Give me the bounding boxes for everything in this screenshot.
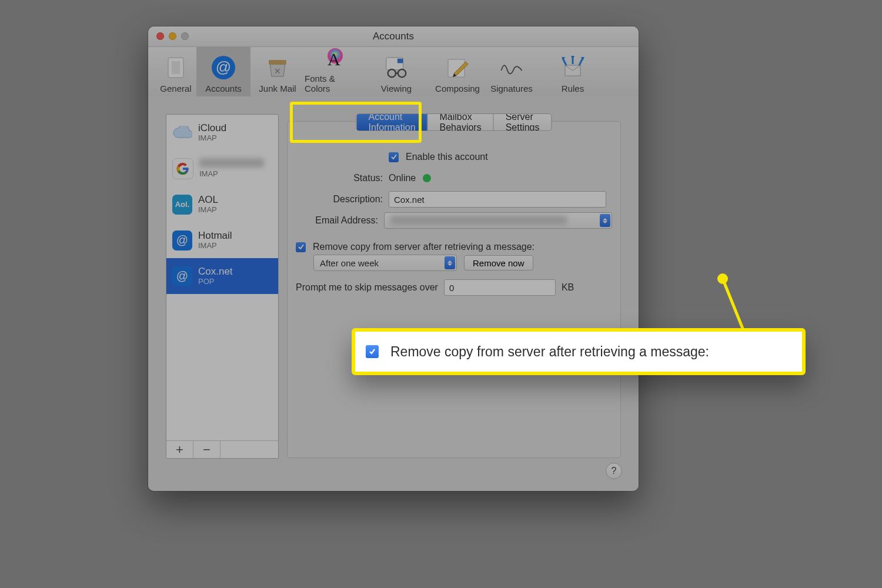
remove-from-server-label: Remove copy from server after retrieving… <box>313 242 534 252</box>
window-title: Accounts <box>148 31 639 42</box>
general-icon <box>163 55 188 80</box>
account-name: AOL <box>198 194 218 206</box>
toolbar-general[interactable]: General <box>155 45 196 97</box>
account-tabs: Account Information Mailbox Behaviors Se… <box>356 113 552 131</box>
svg-marker-15 <box>571 56 574 59</box>
status-value: Online <box>389 173 416 183</box>
account-name: Cox.net <box>198 266 233 278</box>
toolbar-label: General <box>160 83 191 93</box>
account-protocol: IMAP <box>198 242 232 250</box>
signatures-icon <box>499 55 524 80</box>
account-panel: Account Information Mailbox Behaviors Se… <box>287 121 621 458</box>
callout-checkbox-icon <box>366 345 379 358</box>
status-label: Status: <box>296 173 389 183</box>
account-protocol: IMAP <box>198 134 226 143</box>
toolbar-label: Composing <box>435 83 480 93</box>
rules-icon <box>560 55 585 80</box>
toolbar-label: Viewing <box>381 83 412 93</box>
viewing-icon <box>384 55 409 80</box>
toolbar-label: Accounts <box>205 83 242 93</box>
at-icon: @ <box>172 230 192 250</box>
account-protocol: IMAP <box>198 206 218 215</box>
account-protocol: IMAP <box>199 170 264 179</box>
account-protocol: POP <box>198 278 233 286</box>
toolbar-junk[interactable]: ✕ Junk Mail <box>250 45 305 97</box>
account-form: Enable this account Status: Online Descr… <box>296 146 612 298</box>
skip-size-input[interactable] <box>444 279 556 296</box>
skip-label: Prompt me to skip messages over <box>296 282 438 293</box>
account-row-aol[interactable]: Aol. AOLIMAP <box>166 186 278 222</box>
status-online-dot <box>423 174 431 182</box>
account-row-icloud[interactable]: iCloudIMAP <box>166 115 278 151</box>
accounts-list: iCloudIMAP IMAP Aol. AOLIMAP @ HotmailIM… <box>166 115 278 441</box>
help-button[interactable]: ? <box>606 463 622 479</box>
callout-text: Remove copy from server after retrieving… <box>390 344 709 360</box>
fonts-icon: A <box>319 45 344 70</box>
composing-icon <box>445 55 470 80</box>
account-name-redacted <box>199 158 264 171</box>
callout-anchor-dot <box>717 273 728 284</box>
toolbar-label: Rules <box>562 83 584 93</box>
svg-point-11 <box>398 69 406 77</box>
tab-server-settings[interactable]: Server Settings <box>493 114 552 131</box>
add-account-button[interactable]: + <box>166 441 193 458</box>
svg-text:@: @ <box>216 58 231 76</box>
remove-account-button[interactable]: − <box>193 441 220 458</box>
toolbar-signatures[interactable]: Signatures <box>481 45 542 97</box>
svg-rect-1 <box>172 61 180 74</box>
toolbar-rules[interactable]: Rules <box>542 45 603 97</box>
aol-icon: Aol. <box>172 195 192 215</box>
email-address-select[interactable] <box>384 212 612 229</box>
sidebar-footer: + − <box>166 440 278 458</box>
account-row-hotmail[interactable]: @ HotmailIMAP <box>166 222 278 258</box>
at-icon: @ <box>172 266 192 286</box>
junk-icon: ✕ <box>265 55 290 80</box>
skip-unit: KB <box>562 282 574 293</box>
titlebar: Accounts <box>148 26 639 47</box>
description-label: Description: <box>296 194 389 205</box>
toolbar-composing[interactable]: Composing <box>434 45 481 97</box>
toolbar-viewing[interactable]: Viewing <box>359 45 434 97</box>
svg-rect-4 <box>269 60 286 65</box>
email-label: Email Address: <box>296 215 384 226</box>
svg-line-17 <box>723 279 743 330</box>
account-row-cox[interactable]: @ Cox.netPOP <box>166 258 278 294</box>
remove-after-value: After one week <box>320 258 379 268</box>
svg-point-10 <box>388 69 396 77</box>
tab-mailbox-behaviors[interactable]: Mailbox Behaviors <box>427 114 493 131</box>
accounts-sidebar: iCloudIMAP IMAP Aol. AOLIMAP @ HotmailIM… <box>166 114 279 459</box>
remove-now-button[interactable]: Remove now <box>464 255 533 270</box>
tab-account-information[interactable]: Account Information <box>357 114 427 131</box>
body: iCloudIMAP IMAP Aol. AOLIMAP @ HotmailIM… <box>148 96 639 491</box>
toolbar-label: Fonts & Colors <box>305 74 359 93</box>
account-name: Hotmail <box>198 230 232 242</box>
callout-remove-from-server: Remove copy from server after retrieving… <box>352 328 806 375</box>
google-icon <box>172 158 193 179</box>
svg-rect-9 <box>397 59 403 64</box>
account-row-google[interactable]: IMAP <box>166 151 278 186</box>
enable-account-label: Enable this account <box>406 152 488 162</box>
toolbar-accounts[interactable]: @ Accounts <box>196 45 250 97</box>
toolbar-label: Signatures <box>490 83 533 93</box>
svg-text:✕: ✕ <box>274 66 281 76</box>
description-input[interactable] <box>389 191 606 208</box>
accounts-icon: @ <box>211 55 236 80</box>
remove-from-server-checkbox[interactable] <box>296 242 306 252</box>
toolbar-fonts[interactable]: A Fonts & Colors <box>305 45 359 97</box>
svg-text:A: A <box>328 49 340 69</box>
account-name: iCloud <box>198 122 226 134</box>
toolbar-label: Junk Mail <box>259 83 296 93</box>
enable-account-checkbox[interactable] <box>389 152 399 162</box>
toolbar: General @ Accounts ✕ Junk Mail A Fonts &… <box>148 47 639 98</box>
remove-after-select[interactable]: After one week <box>313 255 457 271</box>
preferences-window: Accounts General @ Accounts ✕ Junk Mail … <box>148 26 639 491</box>
icloud-icon <box>172 123 192 143</box>
